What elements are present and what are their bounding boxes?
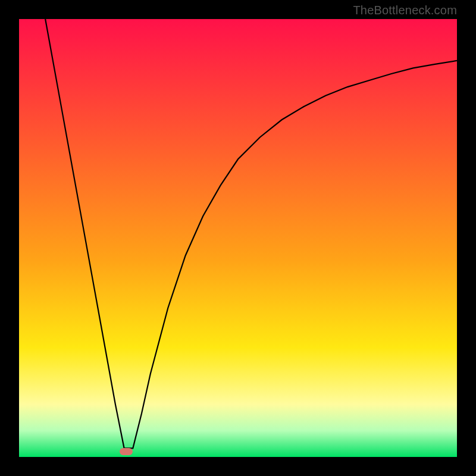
optimal-marker (120, 448, 133, 455)
bottleneck-curve (19, 19, 457, 457)
plot-area (19, 19, 457, 457)
curve-path (45, 19, 457, 448)
chart-frame: TheBottleneck.com (0, 0, 476, 476)
watermark-text: TheBottleneck.com (353, 4, 457, 17)
